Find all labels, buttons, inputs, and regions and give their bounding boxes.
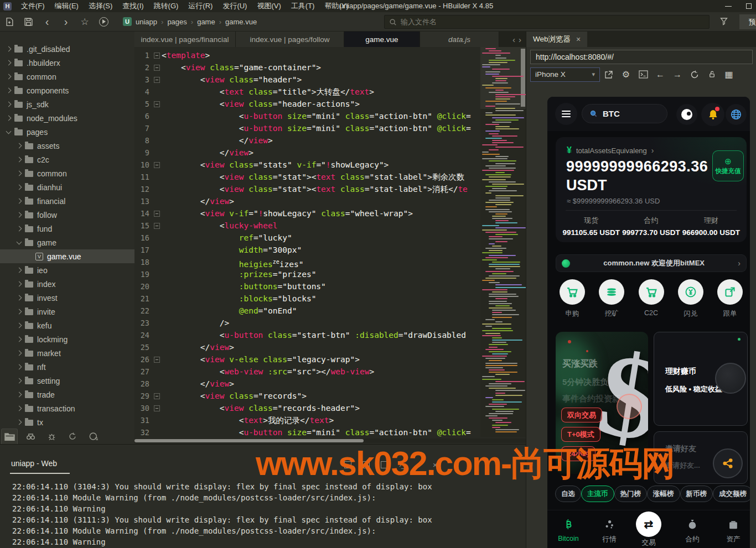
- quick-action-跟单[interactable]: 跟单: [713, 279, 747, 319]
- tree-item-financial[interactable]: financial: [0, 194, 134, 208]
- vertical-scrollbar[interactable]: [521, 49, 525, 107]
- breadcrumb-game[interactable]: game: [197, 18, 215, 26]
- tree-item-transaction[interactable]: transaction: [0, 401, 134, 415]
- notice-bar[interactable]: common.new 欢迎使用bitMEX ›: [556, 254, 747, 272]
- chevron-right-icon[interactable]: [17, 323, 22, 328]
- menu-button[interactable]: [555, 103, 577, 125]
- tree-item-c2c[interactable]: c2c: [0, 153, 134, 166]
- tree-item-js_sdk[interactable]: js_sdk: [0, 97, 134, 111]
- tabs-scroll-right-icon[interactable]: ›: [519, 35, 521, 44]
- tree-item-kefu[interactable]: kefu: [0, 319, 134, 332]
- close-icon[interactable]: ×: [576, 35, 581, 44]
- tree-item-.hbuilderx[interactable]: .hbuilderx: [0, 56, 134, 70]
- menu-item-1[interactable]: 编辑(E): [50, 0, 84, 12]
- activity-debug-icon[interactable]: [43, 429, 60, 444]
- tree-item-nft[interactable]: nft: [0, 360, 134, 374]
- tree-item-invest[interactable]: invest: [0, 291, 134, 305]
- chevron-right-icon[interactable]: [17, 406, 22, 411]
- quick-action-C2C[interactable]: C2C: [635, 279, 668, 319]
- chevron-right-icon[interactable]: [17, 171, 22, 176]
- chevron-right-icon[interactable]: [17, 309, 22, 315]
- chevron-right-icon[interactable]: [6, 102, 12, 107]
- tree-item-lockming[interactable]: lockming: [0, 332, 134, 346]
- open-external-icon[interactable]: [600, 67, 617, 82]
- card-wealth[interactable]: 理财赚币 低风险 • 稳定收益 ...: [654, 332, 748, 426]
- chevron-right-icon[interactable]: [6, 46, 12, 52]
- chevron-right-icon[interactable]: [17, 199, 22, 204]
- nav-item-资产[interactable]: 资产: [715, 519, 750, 544]
- menu-item-8[interactable]: 工具(T): [286, 0, 320, 12]
- filter-funnel-icon[interactable]: [719, 17, 728, 27]
- chevron-right-icon[interactable]: [17, 157, 22, 163]
- activity-files-icon[interactable]: [1, 429, 18, 444]
- chevron-right-icon[interactable]: [17, 295, 22, 301]
- back-icon[interactable]: ‹: [38, 14, 56, 29]
- tree-item-dianhui[interactable]: dianhui: [0, 180, 134, 194]
- tree-item-components[interactable]: components: [0, 83, 134, 97]
- chevron-right-icon[interactable]: [17, 351, 22, 356]
- market-tab-成交额榜[interactable]: 成交额榜: [713, 486, 750, 502]
- chevron-down-icon[interactable]: [6, 128, 12, 134]
- tree-item-pages[interactable]: pages: [0, 125, 134, 139]
- quick-action-闪兑[interactable]: 闪兑: [674, 279, 707, 319]
- chevron-right-icon[interactable]: [17, 185, 22, 190]
- menu-item-2[interactable]: 选择(S): [84, 0, 117, 12]
- language-button[interactable]: [726, 104, 747, 125]
- preview-button[interactable]: 预览: [739, 14, 756, 29]
- chevron-down-icon[interactable]: [17, 239, 22, 244]
- nav-item-Bitcoin[interactable]: Bitcoin: [550, 519, 587, 542]
- forward-icon[interactable]: ›: [56, 14, 75, 29]
- tree-item-trade[interactable]: trade: [0, 388, 134, 401]
- tree-item-tx[interactable]: tx: [0, 415, 134, 429]
- quick-action-申购[interactable]: 申购: [556, 279, 589, 319]
- run-icon[interactable]: [94, 14, 113, 29]
- nav-forward-icon[interactable]: →: [669, 67, 686, 82]
- tree-item-ieo[interactable]: ieo: [0, 263, 134, 277]
- chevron-right-icon[interactable]: [17, 364, 22, 370]
- chevron-right-icon[interactable]: [17, 420, 22, 425]
- chevron-right-icon[interactable]: [6, 116, 12, 121]
- nav-back-icon[interactable]: ←: [652, 67, 669, 82]
- tree-item-.git_disabled[interactable]: .git_disabled: [0, 42, 134, 56]
- tree-item-game.vue[interactable]: Vgame.vue: [0, 249, 134, 263]
- market-tab-涨幅榜[interactable]: 涨幅榜: [647, 486, 680, 502]
- activity-search-icon[interactable]: [22, 429, 39, 444]
- activity-cloud-icon[interactable]: [85, 429, 102, 444]
- coin-search-input[interactable]: BTC: [582, 104, 667, 123]
- chevron-right-icon[interactable]: [17, 212, 22, 218]
- share-button[interactable]: [713, 448, 743, 478]
- refresh-icon[interactable]: [686, 67, 703, 82]
- activity-sync-icon[interactable]: [64, 429, 81, 444]
- chevron-right-icon[interactable]: [17, 143, 22, 149]
- tree-item-invite[interactable]: invite: [0, 305, 134, 319]
- market-tab-主流币[interactable]: 主流币: [581, 486, 614, 502]
- chevron-right-icon[interactable]: [17, 337, 22, 342]
- editor-tab-3[interactable]: data.js: [420, 32, 499, 47]
- tree-item-node_modules[interactable]: node_modules: [0, 111, 134, 125]
- market-tab-热门榜[interactable]: 热门榜: [614, 486, 648, 502]
- maximize-button[interactable]: [746, 3, 752, 9]
- assets-label-row[interactable]: ¥ totalAssetsEquivaleng ›: [567, 145, 654, 155]
- minimap[interactable]: [480, 47, 526, 437]
- breadcrumb-uniapp[interactable]: uniapp: [136, 18, 157, 26]
- editor-tab-2[interactable]: game.vue: [344, 32, 420, 47]
- tree-item-market[interactable]: market: [0, 346, 134, 360]
- market-tab-自选[interactable]: 自选: [555, 486, 581, 502]
- tree-item-follow[interactable]: follow: [0, 208, 134, 222]
- tree-item-setting[interactable]: setting: [0, 374, 134, 388]
- chevron-right-icon[interactable]: [17, 281, 22, 287]
- breadcrumb-pages[interactable]: pages: [167, 18, 187, 26]
- qr-code-icon[interactable]: ▦: [721, 67, 737, 82]
- new-file-icon[interactable]: [0, 14, 19, 29]
- editor-tab-0[interactable]: index.vue | pages/financial: [134, 32, 236, 47]
- menu-item-7[interactable]: 视图(V): [252, 0, 286, 12]
- terminal-icon[interactable]: [635, 67, 651, 82]
- theme-button[interactable]: [676, 104, 697, 125]
- chevron-right-icon[interactable]: [17, 392, 22, 398]
- tree-item-fund[interactable]: fund: [0, 222, 134, 236]
- url-input[interactable]: http://localhost:8080/#/: [530, 50, 753, 64]
- editor-tab-1[interactable]: index.vue | pages/follow: [236, 32, 344, 47]
- console-tab[interactable]: uniapp - Web: [11, 459, 57, 468]
- menu-item-3[interactable]: 查找(I): [117, 0, 148, 12]
- nav-item-交易[interactable]: 交易: [630, 538, 667, 547]
